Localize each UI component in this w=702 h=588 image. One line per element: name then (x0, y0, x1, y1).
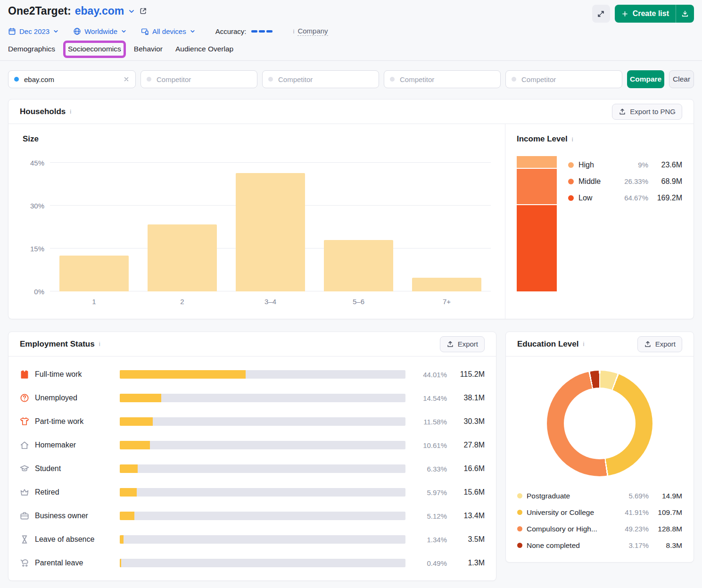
tab-demographics[interactable]: Demographics (8, 41, 55, 60)
close-icon[interactable] (123, 76, 130, 83)
legend-percent: 64.67% (624, 194, 648, 202)
legend-dot (517, 526, 522, 531)
location-filter[interactable]: Worldwide (73, 27, 127, 35)
income-level-title: Income Level (517, 134, 568, 144)
accuracy-level-icon (251, 30, 273, 33)
main-domain-field[interactable] (23, 75, 119, 84)
legend-value: 128.8M (653, 525, 682, 533)
competitor-input-4[interactable] (505, 70, 622, 88)
employment-bar-track[interactable] (120, 559, 405, 567)
chevron-down-icon[interactable] (128, 8, 135, 15)
export-to-png-button[interactable]: Export to PNG (612, 104, 682, 120)
income-segment[interactable] (517, 169, 557, 204)
legend-label: Postgraduate (527, 492, 615, 500)
size-bar-slot (138, 224, 226, 291)
competitor-input-1[interactable] (140, 70, 257, 88)
crown-icon (20, 488, 29, 497)
education-export-button[interactable]: Export (637, 336, 682, 352)
legend-value: 109.7M (653, 508, 682, 517)
competitor-bar: Compare Clear (8, 70, 694, 88)
page: One2Target: ebay.com Create list (0, 0, 702, 584)
employment-bar-track[interactable] (120, 535, 405, 544)
employment-label: Retired (35, 488, 114, 497)
size-bar-slot (314, 240, 403, 291)
company-link[interactable]: i Company (293, 27, 328, 36)
employment-bar-track[interactable] (120, 464, 405, 473)
x-axis-label: 1 (50, 298, 138, 306)
legend-percent: 41.91% (619, 508, 649, 516)
globe-icon (73, 27, 81, 35)
clear-button[interactable]: Clear (669, 70, 694, 88)
info-icon[interactable]: i (583, 340, 584, 348)
competitor-color-dot (268, 77, 273, 82)
legend-dot (517, 510, 522, 515)
question-circle-icon (20, 393, 29, 403)
income-segment[interactable] (517, 156, 557, 168)
employment-bar-fill (120, 535, 124, 544)
size-bar[interactable] (236, 173, 305, 291)
main-domain-input[interactable] (8, 70, 136, 88)
employment-percent: 5.12% (411, 512, 447, 520)
employment-bar-track[interactable] (120, 394, 405, 402)
education-donut-chart[interactable] (547, 371, 652, 476)
home-icon (20, 440, 29, 450)
external-link-icon[interactable] (139, 7, 147, 15)
upload-icon (644, 340, 652, 348)
legend-percent: 3.17% (619, 541, 649, 549)
employment-bar-track[interactable] (120, 370, 405, 379)
create-list-label: Create list (633, 9, 669, 18)
competitor-field-4[interactable] (520, 75, 616, 84)
download-icon[interactable] (676, 5, 694, 23)
competitor-input-2[interactable] (262, 70, 379, 88)
tab-behavior[interactable]: Behavior (134, 41, 163, 60)
info-icon[interactable]: i (99, 340, 100, 348)
compare-button[interactable]: Compare (627, 70, 664, 88)
size-bar[interactable] (148, 224, 217, 291)
competitor-input-3[interactable] (384, 70, 501, 88)
create-list-button[interactable]: Create list (615, 5, 694, 23)
size-bar[interactable] (324, 240, 393, 291)
y-axis-label: 0% (23, 288, 44, 296)
employment-percent: 0.49% (411, 559, 447, 567)
chevron-down-icon (121, 28, 127, 34)
employment-bar-fill (120, 417, 153, 426)
employment-bar-track[interactable] (120, 441, 405, 449)
legend-percent: 26.33% (624, 177, 648, 185)
employment-bar-fill (120, 559, 121, 567)
employment-bar-fill (120, 441, 150, 449)
size-bar[interactable] (59, 256, 129, 291)
page-title-domain: ebay.com (75, 5, 124, 17)
expand-button[interactable] (592, 5, 610, 23)
tab-socioeconomics[interactable]: Socioeconomics (68, 41, 121, 60)
date-filter[interactable]: Dec 2023 (8, 27, 59, 35)
income-segment[interactable] (517, 205, 557, 291)
devices-icon (141, 27, 149, 35)
info-icon[interactable]: i (70, 108, 71, 115)
income-level-section: Income Level i High9%23.6MMiddle26.33%68… (505, 124, 694, 319)
employment-value: 30.3M (453, 417, 485, 426)
employment-row: Student6.33%16.6M (20, 457, 485, 480)
legend-value: 68.9M (653, 177, 682, 186)
employment-bar-fill (120, 488, 137, 497)
devices-filter[interactable]: All devices (141, 27, 196, 35)
employment-bar-track[interactable] (120, 417, 405, 426)
tab-audience-overlap[interactable]: Audience Overlap (175, 41, 233, 60)
competitor-field-3[interactable] (399, 75, 495, 84)
info-icon[interactable]: i (572, 136, 573, 143)
employment-percent: 44.01% (411, 371, 447, 379)
employment-card-title: Employment Status (20, 340, 95, 349)
employment-bar-track[interactable] (120, 488, 405, 497)
employment-label: Leave of absence (35, 535, 114, 544)
legend-value: 23.6M (653, 161, 682, 169)
size-bar-slot (403, 278, 491, 291)
x-axis-label: 2 (138, 298, 226, 306)
employment-bar-track[interactable] (120, 512, 405, 520)
competitor-field-2[interactable] (277, 75, 373, 84)
size-bar[interactable] (412, 278, 481, 291)
competitor-field-1[interactable] (156, 75, 251, 84)
employment-percent: 6.33% (411, 465, 447, 473)
employment-value: 15.6M (453, 488, 485, 497)
legend-value: 14.9M (653, 492, 682, 500)
location-filter-label: Worldwide (84, 27, 117, 35)
employment-export-button[interactable]: Export (440, 336, 485, 352)
